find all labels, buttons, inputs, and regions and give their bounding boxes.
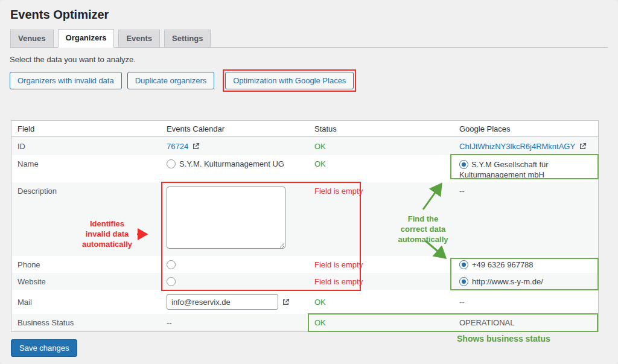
row-description-google-value: -- — [453, 182, 598, 256]
header-events-calendar: Events Calendar — [161, 121, 308, 136]
name-calendar-value: S.Y.M. Kulturmanagement UG — [179, 159, 284, 168]
page-title: Events Optimizer — [10, 8, 109, 22]
description-textarea[interactable] — [167, 187, 285, 249]
red-highlight-box-button: Optimization with Google Places — [223, 69, 356, 92]
row-description-label: Description — [11, 182, 161, 256]
intro-text: Select the data you want to analyze. — [10, 55, 136, 64]
annotation-shows-business-status: Shows business status — [457, 334, 550, 343]
events-optimizer-page: Events Optimizer Venues Organizers Event… — [0, 0, 618, 364]
tab-bar: Venues Organizers Events Settings — [10, 30, 608, 48]
tab-events[interactable]: Events — [118, 30, 160, 47]
row-phone-status: Field is empty — [308, 256, 453, 273]
header-google-places: Google Places — [453, 121, 598, 136]
name-calendar-radio[interactable] — [167, 159, 176, 168]
save-changes-button[interactable]: Save changes — [11, 339, 77, 357]
google-place-id-link[interactable]: ChIJtWhizNY3lkcR6j4RMkntAGY — [459, 142, 575, 151]
action-buttons: Organizers with invalid data Duplicate o… — [10, 69, 356, 92]
tab-organizers[interactable]: Organizers — [58, 29, 115, 48]
external-link-icon[interactable] — [579, 142, 587, 150]
row-name-status: OK — [308, 155, 453, 182]
table-row-phone: Phone Field is empty +49 6326 967788 — [11, 256, 598, 273]
row-website-label: Website — [11, 273, 161, 290]
website-google-value: http://www.s-y-m.de/ — [472, 277, 543, 286]
tab-venues[interactable]: Venues — [10, 30, 54, 47]
duplicate-organizers-button[interactable]: Duplicate organizers — [127, 72, 215, 89]
row-name-label: Name — [11, 155, 161, 182]
table-row-mail: Mail OK -- — [11, 290, 598, 314]
row-description-status: Field is empty — [308, 182, 453, 256]
row-website-status: Field is empty — [308, 273, 453, 290]
organizers-invalid-data-button[interactable]: Organizers with invalid data — [10, 72, 122, 89]
table-row-description: Description Field is empty -- — [11, 182, 598, 256]
tab-settings[interactable]: Settings — [164, 30, 211, 47]
row-business-status-label: Business Status — [11, 314, 161, 331]
organizer-data-table: Field Events Calendar Status Google Plac… — [11, 120, 599, 332]
row-id-status: OK — [308, 137, 453, 155]
business-status-calendar-value: -- — [161, 314, 308, 331]
row-mail-status: OK — [308, 290, 453, 314]
name-google-value: S.Y.M Gesellschaft für Kulturmanagement … — [459, 160, 549, 179]
website-calendar-radio[interactable] — [167, 277, 176, 286]
row-mail-google-value: -- — [453, 290, 598, 314]
website-google-radio[interactable] — [459, 277, 468, 286]
optimization-google-places-button[interactable]: Optimization with Google Places — [225, 72, 354, 89]
external-link-icon[interactable] — [282, 298, 290, 306]
phone-google-radio[interactable] — [459, 260, 468, 269]
table-row-name: Name S.Y.M. Kulturmanagement UG OK S.Y.M… — [11, 155, 598, 182]
organizer-id-link[interactable]: 76724 — [167, 142, 188, 151]
mail-input[interactable] — [167, 294, 278, 310]
phone-google-value: +49 6326 967788 — [472, 260, 534, 269]
name-google-radio[interactable] — [459, 160, 468, 169]
business-status-google-value: OPERATIONAL — [453, 314, 598, 331]
table-row-website: Website Field is empty http://www.s-y-m.… — [11, 273, 598, 290]
header-status: Status — [308, 121, 453, 136]
header-field: Field — [11, 121, 161, 136]
row-business-status-status: OK — [308, 314, 453, 331]
table-header-row: Field Events Calendar Status Google Plac… — [11, 121, 598, 137]
table-row-business-status: Business Status -- OK OPERATIONAL — [11, 314, 598, 331]
external-link-icon[interactable] — [192, 142, 200, 150]
phone-calendar-radio[interactable] — [167, 260, 176, 269]
row-mail-label: Mail — [11, 290, 161, 314]
row-phone-label: Phone — [11, 256, 161, 273]
table-row-id: ID 76724 OK ChIJtWhizNY3lkcR6j4RMkntAGY — [11, 137, 598, 155]
row-id-label: ID — [11, 137, 161, 155]
